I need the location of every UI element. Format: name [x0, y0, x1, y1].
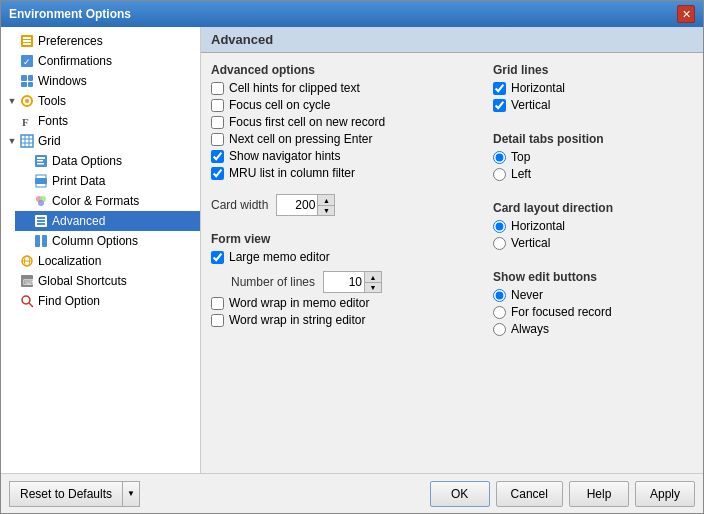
cancel-button[interactable]: Cancel [496, 481, 563, 507]
sidebar-item-preferences[interactable]: Preferences [1, 31, 200, 51]
word-wrap-memo-checkbox[interactable] [211, 297, 224, 310]
sidebar-label: Fonts [38, 114, 68, 128]
sidebar-item-advanced[interactable]: Advanced [15, 211, 200, 231]
expander [5, 114, 19, 128]
help-button[interactable]: Help [569, 481, 629, 507]
content-area: Preferences ✓ Confirmations Windows ▼ [1, 27, 703, 473]
tab-top-radio[interactable] [493, 151, 506, 164]
expander [19, 154, 33, 168]
checkbox-word-wrap-string[interactable]: Word wrap in string editor [211, 313, 473, 327]
num-lines-spinbox-btns: ▲ ▼ [364, 272, 381, 292]
tab-left-radio[interactable] [493, 168, 506, 181]
word-wrap-string-checkbox[interactable] [211, 314, 224, 327]
vertical-checkbox[interactable] [493, 99, 506, 112]
word-wrap-memo-label: Word wrap in memo editor [229, 296, 370, 310]
horizontal-label: Horizontal [511, 81, 565, 95]
checkbox-next-cell-enter[interactable]: Next cell on pressing Enter [211, 132, 473, 146]
reset-defaults-button[interactable]: Reset to Defaults [9, 481, 122, 507]
checkbox-vertical[interactable]: Vertical [493, 98, 693, 112]
expander [19, 194, 33, 208]
svg-rect-29 [37, 217, 45, 219]
checkbox-large-memo[interactable]: Large memo editor [211, 250, 473, 264]
sidebar-item-confirmations[interactable]: ✓ Confirmations [1, 51, 200, 71]
checkbox-show-navigator[interactable]: Show navigator hints [211, 149, 473, 163]
adv-icon [33, 213, 49, 229]
sidebar-item-column-options[interactable]: Column Options [15, 231, 200, 251]
sidebar-item-localization[interactable]: Localization [1, 251, 200, 271]
sidebar-item-color-formats[interactable]: Color & Formats [15, 191, 200, 211]
expander [19, 234, 33, 248]
radio-layout-vertical[interactable]: Vertical [493, 236, 693, 250]
main-panel: Advanced Advanced options Cell hints for… [201, 27, 703, 473]
left-column: Advanced options Cell hints for clipped … [211, 63, 473, 463]
sidebar-label: Find Option [38, 294, 100, 308]
sidebar-label: Global Shortcuts [38, 274, 127, 288]
radio-edit-never[interactable]: Never [493, 288, 693, 302]
radio-layout-horizontal[interactable]: Horizontal [493, 219, 693, 233]
confirm-icon: ✓ [19, 53, 35, 69]
window-title: Environment Options [9, 7, 131, 21]
focus-new-record-checkbox[interactable] [211, 116, 224, 129]
num-lines-down-btn[interactable]: ▼ [365, 282, 381, 292]
card-width-down-btn[interactable]: ▼ [318, 205, 334, 215]
large-memo-checkbox[interactable] [211, 251, 224, 264]
col-icon [33, 233, 49, 249]
show-navigator-checkbox[interactable] [211, 150, 224, 163]
layout-horizontal-radio[interactable] [493, 220, 506, 233]
focus-cycle-checkbox[interactable] [211, 99, 224, 112]
layout-horizontal-label: Horizontal [511, 219, 565, 233]
mru-filter-checkbox[interactable] [211, 167, 224, 180]
checkbox-horizontal[interactable]: Horizontal [493, 81, 693, 95]
sidebar-item-data-options[interactable]: Data Options [15, 151, 200, 171]
sidebar-item-grid[interactable]: ▼ Grid [1, 131, 200, 151]
checkbox-focus-cycle[interactable]: Focus cell on cycle [211, 98, 473, 112]
checkbox-word-wrap-memo[interactable]: Word wrap in memo editor [211, 296, 473, 310]
vertical-label: Vertical [511, 98, 550, 112]
show-edit-section: Show edit buttons Never For focused reco… [493, 270, 693, 336]
expander [5, 34, 19, 48]
sidebar-item-fonts[interactable]: F Fonts [1, 111, 200, 131]
show-edit-label: Show edit buttons [493, 270, 693, 284]
close-button[interactable]: ✕ [677, 5, 695, 23]
tools-icon [19, 93, 35, 109]
svg-rect-6 [21, 75, 27, 81]
next-cell-enter-checkbox[interactable] [211, 133, 224, 146]
card-width-up-btn[interactable]: ▲ [318, 195, 334, 205]
radio-tab-left[interactable]: Left [493, 167, 693, 181]
checkbox-cell-hints[interactable]: Cell hints for clipped text [211, 81, 473, 95]
sidebar-item-tools[interactable]: ▼ Tools [1, 91, 200, 111]
expander [5, 274, 19, 288]
horizontal-checkbox[interactable] [493, 82, 506, 95]
radio-edit-always[interactable]: Always [493, 322, 693, 336]
sidebar-item-find-option[interactable]: Find Option [1, 291, 200, 311]
sidebar-item-windows[interactable]: Windows [1, 71, 200, 91]
edit-never-label: Never [511, 288, 543, 302]
sidebar-item-global-shortcuts[interactable]: ⌨ Global Shortcuts [1, 271, 200, 291]
panel-header: Advanced [201, 27, 703, 53]
sidebar-item-print-data[interactable]: Print Data [15, 171, 200, 191]
svg-line-40 [29, 303, 33, 307]
cell-hints-checkbox[interactable] [211, 82, 224, 95]
apply-button[interactable]: Apply [635, 481, 695, 507]
checkbox-mru-filter[interactable]: MRU list in column filter [211, 166, 473, 180]
sidebar-label: Preferences [38, 34, 103, 48]
num-lines-input[interactable] [324, 272, 364, 292]
tab-top-label: Top [511, 150, 530, 164]
checkbox-focus-new-record[interactable]: Focus first cell on new record [211, 115, 473, 129]
reset-defaults-dropdown-btn[interactable]: ▼ [122, 481, 140, 507]
radio-tab-top[interactable]: Top [493, 150, 693, 164]
edit-always-radio[interactable] [493, 323, 506, 336]
num-lines-up-btn[interactable]: ▲ [365, 272, 381, 282]
edit-focused-radio[interactable] [493, 306, 506, 319]
ok-button[interactable]: OK [430, 481, 490, 507]
color-icon [33, 193, 49, 209]
svg-point-39 [22, 296, 30, 304]
svg-point-27 [38, 200, 44, 206]
radio-edit-focused[interactable]: For focused record [493, 305, 693, 319]
layout-vertical-radio[interactable] [493, 237, 506, 250]
svg-rect-9 [28, 82, 33, 87]
edit-never-radio[interactable] [493, 289, 506, 302]
expander-tools: ▼ [5, 94, 19, 108]
expander [19, 174, 33, 188]
card-width-input[interactable] [277, 195, 317, 215]
